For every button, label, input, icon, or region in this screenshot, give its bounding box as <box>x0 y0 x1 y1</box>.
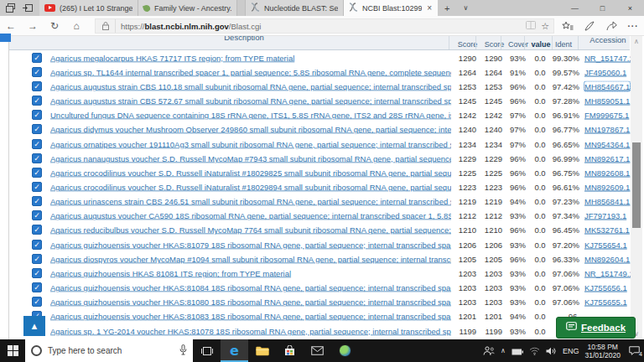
share-icon[interactable] <box>600 21 622 31</box>
accession-link[interactable]: MH854667.1 <box>584 81 630 90</box>
row-checkbox[interactable]: ✓ <box>32 110 42 120</box>
description-link[interactable]: Agaricus megalocarpus HKAS 71717 ITS reg… <box>50 53 451 62</box>
reading-view-icon[interactable] <box>526 21 536 31</box>
tab-ancestry[interactable]: Family View - Ancestry.com <box>138 0 237 16</box>
row-checkbox[interactable]: ✓ <box>32 168 42 178</box>
description-link[interactable]: Agaricus guizhouensis voucher HKAS:81084… <box>50 283 451 292</box>
row-checkbox[interactable]: ✓ <box>32 240 42 250</box>
show-hidden-icons-chevron[interactable]: ∧ <box>501 347 506 354</box>
row-checkbox[interactable]: ✓ <box>32 81 42 91</box>
window-maximize-button[interactable]: □ <box>589 0 616 16</box>
tab-preview-toggle-icon[interactable]: ∨ <box>456 4 475 12</box>
description-link[interactable]: Agaricus augustus strain CBS 572.67 smal… <box>50 96 451 106</box>
refresh-button[interactable]: ↻ <box>47 18 62 34</box>
description-link[interactable]: Uncultured fungus DNA sequence containin… <box>50 111 451 120</box>
task-view-button[interactable] <box>193 339 221 362</box>
new-tab-button[interactable]: + <box>438 3 456 13</box>
accession-link[interactable]: MK532761.1 <box>584 225 630 235</box>
tab-nucleotide-blast[interactable]: Nucleotide BLAST: Search n <box>245 0 344 16</box>
file-explorer-button[interactable] <box>248 339 276 362</box>
edge-taskbar-button[interactable]: e <box>221 339 248 362</box>
window-close-button[interactable]: × <box>616 0 644 16</box>
action-center-button[interactable]: 4 <box>626 346 641 355</box>
microsoft-store-button[interactable] <box>276 339 304 362</box>
row-checkbox[interactable]: ✓ <box>32 254 42 264</box>
accession-link[interactable]: MN954364.1 <box>584 139 630 148</box>
scrollbar-thumb[interactable] <box>632 142 641 228</box>
url-field[interactable]: https://blast.ncbi.nlm.nih.gov/Blast.cgi… <box>95 18 554 34</box>
row-checkbox[interactable]: ✓ <box>32 297 42 307</box>
microphone-icon[interactable] <box>179 344 187 357</box>
row-checkbox[interactable]: ✓ <box>32 196 42 206</box>
people-tray-icon[interactable] <box>483 344 495 359</box>
description-link[interactable]: Agaricus guizhouensis HKAS 81081 ITS reg… <box>50 268 451 277</box>
header-description[interactable]: Description <box>9 36 479 42</box>
description-link[interactable]: Agaricus guizhouensis voucher HKAS:81083… <box>50 312 451 321</box>
row-checkbox[interactable]: ✓ <box>32 67 42 77</box>
description-link[interactable]: Agaricus guizhouensis voucher HKAS:81080… <box>50 297 451 307</box>
forward-button[interactable]: → <box>25 18 40 34</box>
page-scrollbar[interactable]: ∧ ∨ <box>631 36 642 339</box>
clock[interactable]: 10:58 PM31/01/2020 <box>584 343 621 359</box>
description-link[interactable]: Agaricus augustus voucher CA590 18S ribo… <box>50 211 451 220</box>
start-button[interactable] <box>0 339 25 362</box>
accession-link[interactable]: NR_151749.1 <box>584 268 634 277</box>
row-checkbox[interactable]: ✓ <box>32 282 42 292</box>
description-link[interactable]: Agaricus guizhouensis voucher HKAS:81079… <box>50 240 451 249</box>
tab-close-icon[interactable]: × <box>426 3 433 13</box>
tabs-set-aside-icon[interactable] <box>6 3 15 13</box>
description-link[interactable]: Agaricus sp. TL1644 internal transcribed… <box>50 67 451 76</box>
accession-link[interactable]: MN197867.1 <box>584 125 630 134</box>
row-checkbox[interactable]: ✓ <box>32 139 42 149</box>
mail-button[interactable] <box>304 339 331 362</box>
description-link[interactable]: Agaricus sp. 1 YG-2014 voucher HKAS:8107… <box>50 326 451 335</box>
description-link[interactable]: Agaricus didymus voucher Mushroom Observ… <box>50 125 451 134</box>
volume-icon[interactable] <box>546 344 557 359</box>
add-favorite-star-icon[interactable]: ☆ <box>541 21 549 32</box>
row-checkbox[interactable]: ✓ <box>32 225 42 235</box>
description-link[interactable]: Agaricus diospyros voucher MycoMap #1094… <box>50 254 451 263</box>
row-checkbox[interactable]: ✓ <box>32 268 42 278</box>
tab-ncbi-blast-active[interactable]: NCBI Blast:1029913_C9_ × <box>344 0 438 16</box>
accession-link[interactable]: KJ755656.1 <box>584 283 627 292</box>
description-link[interactable]: Agaricus crocodilinus voucher S.D. Russe… <box>50 168 451 177</box>
header-accession[interactable]: Accession <box>583 36 630 44</box>
accession-link[interactable]: MH856841.1 <box>584 197 630 206</box>
row-checkbox[interactable]: ✓ <box>32 182 42 192</box>
scrollbar-up-icon[interactable]: ∧ <box>631 38 642 45</box>
feedback-button[interactable]: Feedback <box>556 317 636 339</box>
accession-link[interactable]: KJ755654.1 <box>584 240 627 249</box>
window-minimize-button[interactable]: — <box>561 0 589 16</box>
description-link[interactable]: Agaricus urinascens strain CBS 246.51 sm… <box>50 197 451 206</box>
scroll-to-top-button[interactable]: ▲ <box>23 316 45 336</box>
set-tabs-aside-icon[interactable] <box>23 3 33 13</box>
accession-link[interactable]: MN892608.1 <box>584 168 630 177</box>
hub-favorites-icon[interactable] <box>557 21 579 31</box>
home-button[interactable]: ⌂ <box>69 18 84 34</box>
tab-youtube[interactable]: (265) I Let 10 Strangers Edit <box>39 0 138 16</box>
accession-link[interactable]: MN892604.1 <box>584 254 630 263</box>
accession-link[interactable]: FM999675.1 <box>584 111 629 120</box>
description-link[interactable]: Agaricus augustus strain CBS 110.18 smal… <box>50 81 451 90</box>
row-checkbox[interactable]: ✓ <box>32 96 42 106</box>
accession-link[interactable]: MN892617.1 <box>584 153 630 163</box>
description-link[interactable]: Agaricus reducibulbus voucher S.D. Russe… <box>50 225 451 235</box>
accession-link[interactable]: MN892609.1 <box>584 182 630 191</box>
back-button[interactable]: ← <box>3 18 18 34</box>
row-checkbox[interactable]: ✓ <box>32 124 42 134</box>
accession-link[interactable]: JF495060.1 <box>584 67 626 76</box>
row-checkbox[interactable]: ✓ <box>32 210 42 220</box>
description-link[interactable]: Agaricus nanaugustus voucher S.D. Russel… <box>50 153 451 163</box>
description-link[interactable]: Agaricus ornatipes voucher 191110Ag3 sma… <box>50 139 451 148</box>
language-indicator[interactable]: ENG <box>563 347 579 355</box>
ink-pen-icon[interactable] <box>579 21 600 31</box>
accession-link[interactable]: JF797193.1 <box>584 211 626 220</box>
accession-link[interactable]: MH859051.1 <box>584 96 630 106</box>
accession-link[interactable]: KJ755655.1 <box>584 297 627 307</box>
wifi-icon[interactable] <box>529 344 540 359</box>
app-taskbar-button[interactable] <box>331 339 359 362</box>
battery-icon[interactable] <box>512 344 523 359</box>
settings-menu-icon[interactable]: ··· <box>622 22 644 31</box>
description-link[interactable]: Agaricus crocodilinus voucher S.D. Russe… <box>50 182 451 191</box>
row-checkbox[interactable]: ✓ <box>32 53 42 63</box>
